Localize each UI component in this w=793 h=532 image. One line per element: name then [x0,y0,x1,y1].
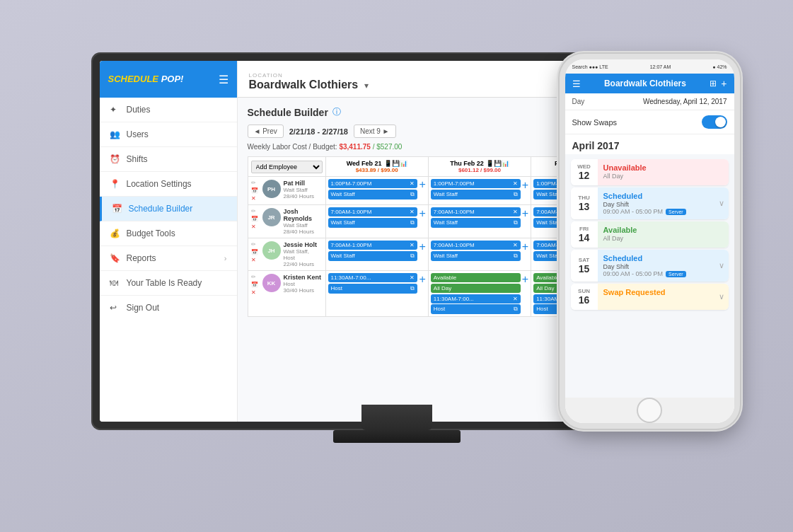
phone-status-left: Search ●●● LTE [572,64,608,69]
phone-month-header: April 2017 [565,134,734,154]
expand-icon-thu[interactable]: ∨ [719,199,724,208]
sidebar-item-duties[interactable]: ✦ Duties [100,98,237,122]
sidebar-schedule-label: Schedule Builder [129,204,193,214]
calendar-icon-kristen[interactable]: 📅 [251,282,258,288]
shift-block[interactable]: 7:00AM-1:00PM✕ [328,207,418,216]
calendar-icon-josh[interactable]: 📅 [251,216,258,222]
show-swaps-label: Show Swaps [572,118,618,127]
add-shift-josh-thu[interactable]: + [522,207,528,220]
delete-icon-josh[interactable]: ✕ [251,224,258,230]
shift-block[interactable]: 1:00PM-7:00PM ✕ [328,179,418,188]
shift-block[interactable]: 1:00PM-7:00PM✕ [431,179,521,188]
phone-calendar-content: WED 12 Unavailable All Day THU 13 [565,154,734,398]
edit-icon-pat[interactable]: ✏ [251,180,258,186]
shift-block[interactable]: 7:00AM-1:00PM✕ [431,241,521,250]
calendar-item-sun16[interactable]: SUN 16 Swap Requested ∨ [571,284,729,310]
cal-sub-fri: All Day [603,235,723,242]
calendar-item-fri14[interactable]: FRI 14 Available All Day [571,221,729,248]
add-shift-kristen-wed[interactable]: + [419,273,425,286]
employee-cell-jessie: ✏ 📅 ✕ JH Jessie Holt Wait Staff, Host [248,238,325,271]
delete-icon-kristen[interactable]: ✕ [251,289,258,296]
calendar-icon-pat[interactable]: 📅 [251,187,258,194]
sidebar-item-reports[interactable]: 🔖 Reports › [100,246,237,271]
home-button[interactable] [637,398,662,423]
cal-status-unavailable: Unavailable [603,163,723,172]
phone-menu-icon[interactable]: ☰ [572,79,581,89]
server-badge-thu: Server [666,209,686,215]
phone-add-icon[interactable]: + [721,78,727,89]
emp-name-kristen: Kristen Kent [284,274,322,281]
sidebar-item-schedule-builder[interactable]: 📅 Schedule Builder [100,197,237,221]
budget-icon: 💰 [110,229,121,238]
cal-day-num-wed: 12 [579,170,590,181]
sidebar: SCHEDULE POP! ☰ ✦ Duties 👥 Users ⏰ Shift… [100,61,238,422]
emp-hours-kristen: 30/40 Hours [284,287,322,294]
calendar-icon-jessie[interactable]: 📅 [251,249,258,255]
sidebar-item-sign-out[interactable]: ↩ Sign Out [100,296,237,320]
sidebar-item-table-ready[interactable]: 🍽 Your Table Is Ready [100,271,237,296]
edit-icon-kristen[interactable]: ✏ [251,274,258,280]
expand-icon-sun[interactable]: ∨ [719,292,724,301]
emp-name-josh: Josh Reynolds [284,208,323,222]
add-employee-select[interactable]: Add Employee [251,161,323,173]
phone-header-title: Boardwalk Clothiers [581,79,710,88]
cal-status-swap: Swap Requested [603,288,709,296]
calendar-item-thu13[interactable]: THU 13 Scheduled Day Shift 09:00 AM - 05… [571,187,729,219]
swaps-toggle[interactable] [702,115,727,129]
calendar-item-sat15[interactable]: SAT 15 Scheduled Day Shift 09:00 AM - 05… [571,250,729,282]
add-employee-header: Add Employee [248,157,325,177]
phone-inner: Search ●●● LTE 12:07 AM ● 42% ☰ Boardwal… [565,59,734,423]
edit-icon-josh[interactable]: ✏ [251,208,258,214]
sidebar-reports-label: Reports [127,253,156,263]
monitor: SCHEDULE POP! ☰ ✦ Duties 👥 Users ⏰ Shift… [93,61,701,471]
labor-cost-prefix: Weekly Labor Cost / Budget: [248,143,337,151]
date-range: 2/21/18 - 2/27/18 [289,127,348,136]
shift-cell-josh-wed: 7:00AM-1:00PM✕ Wait Staff⧉ + [325,205,428,238]
avatar-kristen: KK [262,274,281,292]
logo-schedule: SCHEDULE [108,74,159,84]
employee-cell-kristen: ✏ 📅 ✕ KK Kristen Kent Host [248,271,325,317]
add-shift-pat-thu[interactable]: + [522,179,528,192]
shift-block[interactable]: 11:30AM-7:00...✕ [328,273,418,282]
shift-block[interactable]: 7:00AM-1:00PM✕ [328,241,418,250]
cal-day-num-sat: 15 [579,263,590,274]
hamburger-icon[interactable]: ☰ [219,73,228,86]
sidebar-item-users[interactable]: 👥 Users [100,122,237,147]
toggle-knob [715,117,726,127]
sidebar-shifts-label: Shifts [127,154,148,164]
cal-sub-sat: Day Shift [603,263,709,270]
sidebar-item-shifts[interactable]: ⏰ Shifts [100,147,237,172]
add-shift-jessie-wed[interactable]: + [419,241,425,253]
cal-sub-unavailable: All Day [603,173,723,180]
add-shift-jessie-thu[interactable]: + [522,241,528,253]
edit-icon-jessie[interactable]: ✏ [251,241,258,248]
delete-icon-jessie[interactable]: ✕ [251,257,258,263]
cal-day-abbr-fri: FRI [579,226,589,232]
expand-icon-sat[interactable]: ∨ [719,261,724,270]
available-block[interactable]: Available [431,273,521,282]
add-shift-pat-wed[interactable]: + [419,179,425,190]
next-button[interactable]: Next 9 ► [354,125,396,138]
avatar-jessie: JH [262,241,281,260]
calendar-item-wed12[interactable]: WED 12 Unavailable All Day [571,159,729,185]
employee-cell-josh: ✏ 📅 ✕ JR Josh Reynolds [248,205,325,238]
dropdown-arrow-icon[interactable]: ▾ [364,81,369,91]
phone-grid-icon[interactable]: ⊞ [710,79,717,88]
add-shift-kristen-thu[interactable]: + [522,273,528,286]
add-shift-josh-wed[interactable]: + [419,207,425,220]
avatar-pat: PH [262,180,281,198]
signout-icon: ↩ [110,303,121,313]
shift-block-kristen-host[interactable]: 11:30AM-7:00...✕ [431,294,521,303]
sidebar-signout-label: Sign Out [127,303,160,313]
emp-name-pat: Pat Hill [284,180,315,187]
shift-cell-jessie-wed: 7:00AM-1:00PM✕ Wait Staff⧉ + [325,238,428,271]
sidebar-item-location-settings[interactable]: 📍 Location Settings [100,172,237,197]
sidebar-duties-label: Duties [127,105,151,115]
delete-icon-pat[interactable]: ✕ [251,195,258,202]
prev-button[interactable]: ◄ Prev [248,125,284,138]
sidebar-logo: SCHEDULE POP! ☰ [100,61,237,98]
sidebar-item-budget-tools[interactable]: 💰 Budget Tools [100,221,237,246]
shift-cell-pat-wed: 1:00PM-7:00PM ✕ Wait Staff ⧉ [325,177,428,205]
shift-block[interactable]: 7:00AM-1:00PM✕ [431,207,521,216]
info-icon[interactable]: ⓘ [332,106,341,118]
